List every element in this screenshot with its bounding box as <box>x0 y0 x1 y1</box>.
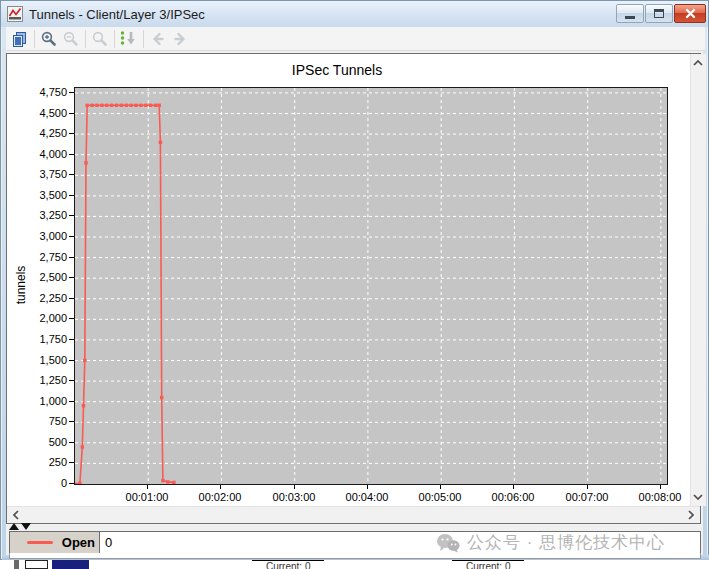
xtick-label: 00:05:00 <box>406 491 474 503</box>
ytick-label: 1,000 <box>7 395 67 407</box>
xtick-mark <box>440 485 441 489</box>
ytick-mark <box>69 113 74 114</box>
scroll-right-button[interactable] <box>684 508 698 522</box>
forward-button[interactable] <box>169 28 191 49</box>
chart-title: IPSec Tunnels <box>7 62 667 78</box>
xtick-mark <box>587 485 588 489</box>
ytick-label: 4,000 <box>7 148 67 160</box>
horizontal-scrollbar[interactable] <box>7 506 700 523</box>
background-window-strip: Current: 0 Current: 0 <box>0 560 709 569</box>
wechat-icon <box>436 533 460 553</box>
back-button[interactable] <box>147 28 169 49</box>
plot-canvas <box>75 88 667 484</box>
toolbar-separator <box>143 30 144 48</box>
zoom-out-button[interactable] <box>60 28 82 49</box>
background-current-label: Current: 0 <box>252 560 324 569</box>
chart-panel: IPSec Tunnels tunnels 02505007501,0001,2… <box>6 53 701 524</box>
ytick-mark <box>69 92 74 93</box>
ytick-mark <box>69 380 74 381</box>
zoom-reset-icon <box>91 30 109 48</box>
ytick-label: 4,750 <box>7 86 67 98</box>
toolbar-separator <box>34 30 35 48</box>
ytick-mark <box>69 442 74 443</box>
title-bar[interactable]: Tunnels - Client/Layer 3/IPSec <box>1 1 708 27</box>
ytick-mark <box>69 339 74 340</box>
xtick-label: 00:03:00 <box>260 491 328 503</box>
scroll-left-button[interactable] <box>9 508 23 522</box>
zoom-in-button[interactable] <box>38 28 60 49</box>
ytick-label: 2,500 <box>7 271 67 283</box>
ytick-mark <box>69 277 74 278</box>
window-title: Tunnels - Client/Layer 3/IPSec <box>29 7 205 22</box>
ytick-mark <box>69 257 74 258</box>
ytick-label: 0 <box>7 477 67 489</box>
chevron-down-icon <box>693 494 703 500</box>
xtick-label: 00:07:00 <box>553 491 621 503</box>
ytick-mark <box>69 483 74 484</box>
tunnels-window: Tunnels - Client/Layer 3/IPSec <box>0 0 709 560</box>
ytick-mark <box>69 236 74 237</box>
minimize-button[interactable] <box>616 4 644 23</box>
sort-descending-icon <box>21 523 31 530</box>
legend-sort-controls[interactable] <box>9 523 31 530</box>
back-arrow-icon <box>149 30 167 48</box>
ytick-mark <box>69 318 74 319</box>
copy-chart-button[interactable] <box>9 28 31 49</box>
xtick-label: 00:06:00 <box>479 491 547 503</box>
watermark-text: 公众号 · 思博伦技术中心 <box>467 531 665 554</box>
zoom-in-icon <box>40 30 58 48</box>
xtick-label: 00:04:00 <box>333 491 401 503</box>
autoscale-scroll-icon <box>119 30 139 48</box>
ytick-mark <box>69 298 74 299</box>
chart-area: IPSec Tunnels tunnels 02505007501,0001,2… <box>7 54 684 506</box>
background-cell <box>25 560 48 569</box>
vertical-scrollbar[interactable] <box>690 54 706 506</box>
chevron-up-icon <box>693 60 703 66</box>
sort-ascending-icon <box>9 523 19 530</box>
autoscale-scroll-button[interactable] <box>118 28 140 49</box>
copy-chart-icon <box>11 30 29 48</box>
xtick-mark <box>294 485 295 489</box>
ytick-mark <box>69 195 74 196</box>
chevron-right-icon <box>688 510 694 520</box>
legend-name-cell[interactable]: Open <box>10 532 100 553</box>
series-name: Open <box>62 535 95 550</box>
ytick-mark <box>69 154 74 155</box>
series-color-swatch <box>27 541 53 544</box>
ytick-mark <box>69 133 74 134</box>
chart-app-icon <box>7 6 23 22</box>
ytick-label: 3,250 <box>7 209 67 221</box>
ytick-label: 2,250 <box>7 292 67 304</box>
ytick-mark <box>69 462 74 463</box>
scroll-up-button[interactable] <box>691 56 705 70</box>
xtick-mark <box>220 485 221 489</box>
xtick-mark <box>513 485 514 489</box>
background-selected-cell <box>52 560 89 569</box>
ytick-label: 3,000 <box>7 230 67 242</box>
minimize-icon <box>625 16 635 19</box>
zoom-reset-button[interactable] <box>89 28 111 49</box>
chevron-left-icon <box>13 510 19 520</box>
toolbar-separator <box>85 30 86 48</box>
background-fragment <box>14 560 19 569</box>
xtick-mark <box>660 485 661 489</box>
forward-arrow-icon <box>171 30 189 48</box>
ytick-label: 3,750 <box>7 168 67 180</box>
scroll-down-button[interactable] <box>691 490 705 504</box>
ytick-label: 2,000 <box>7 312 67 324</box>
maximize-button[interactable] <box>645 4 673 23</box>
maximize-icon <box>654 9 664 18</box>
watermark: 公众号 · 思博伦技术中心 <box>436 530 665 555</box>
close-icon <box>685 8 696 19</box>
xtick-label: 00:08:00 <box>626 491 694 503</box>
xtick-mark <box>367 485 368 489</box>
background-current-label: Current: 0 <box>452 560 524 569</box>
ytick-label: 1,250 <box>7 374 67 386</box>
ytick-mark <box>69 174 74 175</box>
plot-area <box>74 87 668 485</box>
ytick-label: 1,500 <box>7 354 67 366</box>
close-button[interactable] <box>674 4 706 23</box>
ytick-label: 1,750 <box>7 333 67 345</box>
ytick-label: 500 <box>7 436 67 448</box>
ytick-label: 250 <box>7 456 67 468</box>
